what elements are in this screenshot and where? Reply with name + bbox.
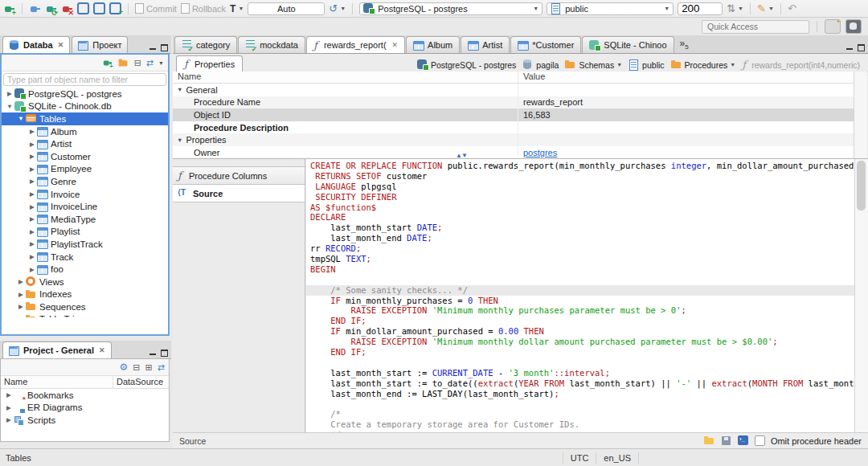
- quick-access-input[interactable]: [702, 20, 809, 34]
- expand-arrow-icon[interactable]: ▶: [27, 215, 37, 223]
- expand-arrow-icon[interactable]: ▶: [27, 266, 37, 273]
- project-item-scripts[interactable]: ▶Scripts: [1, 414, 169, 427]
- tab-properties[interactable]: ƒ Properties: [176, 55, 243, 72]
- breadcrumb-pagila[interactable]: pagila: [521, 59, 560, 70]
- breadcrumb-rewards-report-int4-numeric[interactable]: ƒrewards_report(int4,numeric): [740, 59, 862, 70]
- tab-projects[interactable]: Проект: [72, 36, 128, 53]
- tree-item-sequences[interactable]: ▶Sequences: [2, 300, 168, 313]
- editor-tab-customer[interactable]: *Customer: [510, 36, 581, 53]
- more-tabs-indicator[interactable]: »5: [680, 38, 689, 51]
- expand-arrow-icon[interactable]: ▶: [16, 303, 26, 310]
- tree-item-postgresql-postgres[interactable]: ▶PostgreSQL - postgres: [2, 88, 168, 100]
- new-connection-icon[interactable]: +: [3, 3, 15, 14]
- tab-project-general[interactable]: Project - General✕: [2, 341, 112, 358]
- connection-combo[interactable]: PostgreSQL - postgres▼: [359, 2, 542, 15]
- minimize-icon[interactable]: [845, 43, 854, 51]
- collapse-arrow-icon[interactable]: ▼: [177, 137, 182, 144]
- property-row-properties[interactable]: ▼Properties: [173, 133, 854, 146]
- pane-tab-procedure-columns[interactable]: ƒProcedure Columns: [173, 166, 305, 185]
- schema-combo[interactable]: public▼: [547, 2, 674, 15]
- commit-button[interactable]: Commit: [135, 3, 177, 14]
- expand-arrow-icon[interactable]: ▶: [27, 240, 37, 247]
- tree-item-table-triggers[interactable]: ▶Table Triggers: [2, 313, 168, 317]
- new-connection-icon[interactable]: +: [102, 58, 113, 67]
- disconnect-icon[interactable]: ✕: [61, 3, 73, 14]
- expand-arrow-icon[interactable]: ▶: [27, 128, 37, 135]
- property-row-object-id[interactable]: Object ID16,583: [173, 108, 854, 121]
- project-item-bookmarks[interactable]: ▶Bookmarks: [1, 389, 169, 402]
- expand-arrow-icon[interactable]: ▶: [27, 166, 37, 173]
- tree-item-track[interactable]: ▶Track: [2, 251, 168, 264]
- collapse-all-icon[interactable]: ⊟: [134, 58, 141, 68]
- expand-arrow-icon[interactable]: ▶: [5, 90, 14, 97]
- close-icon[interactable]: ✕: [99, 346, 105, 354]
- minimize-icon[interactable]: [149, 349, 157, 356]
- open-perspective-icon[interactable]: [825, 19, 841, 34]
- chevron-down-icon[interactable]: ▼: [616, 62, 622, 67]
- tree-item-playlisttrack[interactable]: ▶PlaylistTrack: [2, 238, 168, 251]
- link-editor-icon[interactable]: ⇄: [158, 362, 165, 373]
- new-folder-icon[interactable]: [118, 58, 129, 67]
- new-sql-editor-icon[interactable]: +: [109, 2, 121, 14]
- breadcrumb-postgresql-postgres[interactable]: PostgreSQL - postgres: [416, 59, 518, 70]
- expand-arrow-icon[interactable]: ▶: [27, 228, 37, 235]
- sql-editor-icon[interactable]: [77, 2, 89, 14]
- tree-item-invoiceline[interactable]: ▶InvoiceLine: [2, 200, 168, 213]
- sash-arrows-icon[interactable]: ▲▼: [456, 152, 467, 159]
- load-from-file-icon[interactable]: [704, 435, 715, 446]
- reconnect-icon[interactable]: ⟳: [45, 3, 57, 14]
- link-editor-icon[interactable]: ⇄: [146, 58, 154, 68]
- column-value[interactable]: Value: [518, 72, 550, 83]
- tree-item-employee[interactable]: ▶Employee: [2, 163, 168, 176]
- collapse-arrow-icon[interactable]: ▼: [177, 86, 182, 93]
- dbeaver-perspective-icon[interactable]: [845, 19, 862, 34]
- expand-arrow-icon[interactable]: ▶: [16, 316, 26, 317]
- editor-tab-mockdata[interactable]: mockdata: [238, 36, 305, 53]
- source-scrollbar[interactable]: [854, 159, 868, 432]
- tree-item-invoice[interactable]: ▶Invoice: [2, 188, 168, 201]
- maximize-icon[interactable]: [160, 43, 168, 51]
- tree-item-indexes[interactable]: ▶Indexes: [2, 288, 168, 301]
- tree-item-sqlite-chinook-db[interactable]: ▼SQLite - Chinook.db: [2, 100, 168, 113]
- source-code-viewer[interactable]: CREATE OR REPLACE FUNCTION public.reward…: [306, 159, 854, 432]
- editor-tab-rewards-report[interactable]: ƒrewards_report(✕: [306, 36, 405, 53]
- breadcrumb-schemas[interactable]: Schemas▼: [563, 59, 624, 70]
- refresh-button[interactable]: ⇅▼: [727, 3, 743, 14]
- column-name[interactable]: Name: [173, 72, 518, 83]
- expand-all-icon[interactable]: ⊞: [145, 362, 153, 373]
- property-row-general[interactable]: ▼General: [173, 84, 854, 96]
- locale-indicator[interactable]: en_US: [596, 452, 639, 464]
- timezone-indicator[interactable]: UTC: [563, 452, 597, 464]
- minimize-icon[interactable]: [149, 43, 157, 51]
- breadcrumb-procedures[interactable]: Procedures▼: [669, 59, 738, 70]
- editor-tab-sqlite-chinoo[interactable]: SQLite - Chinoo: [582, 36, 674, 53]
- column-name[interactable]: Name: [1, 376, 113, 388]
- expand-arrow-icon[interactable]: ▶: [4, 391, 14, 399]
- expand-arrow-icon[interactable]: ▶: [27, 253, 37, 260]
- breadcrumb-public[interactable]: public: [627, 59, 665, 70]
- properties-scrollbar[interactable]: [854, 72, 867, 158]
- chevron-down-icon[interactable]: ▼: [730, 62, 735, 67]
- tree-item-tables[interactable]: ▼Tables: [2, 112, 168, 125]
- open-console-icon[interactable]: [738, 435, 749, 446]
- tree-item-foo[interactable]: ▶foo: [2, 263, 168, 276]
- tree-item-mediatype[interactable]: ▶MediaType: [2, 213, 168, 226]
- settings-gear-icon[interactable]: ⚙: [120, 362, 129, 373]
- property-value-link[interactable]: postgres: [518, 148, 557, 157]
- expand-arrow-icon[interactable]: ▶: [27, 141, 37, 148]
- collapse-arrow-icon[interactable]: ▼: [16, 115, 26, 122]
- transaction-log-button[interactable]: T▼: [230, 3, 244, 14]
- column-datasource[interactable]: DataSource: [113, 376, 166, 388]
- tree-item-artist[interactable]: ▶Artist: [2, 137, 168, 150]
- editor-tab-artist[interactable]: Artist: [461, 36, 510, 53]
- tab-database-navigator[interactable]: Databa✕: [2, 36, 70, 53]
- format-button[interactable]: ✎▼: [757, 3, 774, 14]
- expand-arrow-icon[interactable]: ▶: [27, 153, 37, 160]
- tree-item-views[interactable]: ▶Views: [2, 276, 168, 288]
- expand-arrow-icon[interactable]: ▶: [16, 278, 26, 285]
- tree-item-customer[interactable]: ▶Customer: [2, 150, 168, 163]
- expand-arrow-icon[interactable]: ▶: [4, 416, 14, 423]
- collapse-arrow-icon[interactable]: ▼: [5, 103, 14, 110]
- maximize-icon[interactable]: [857, 43, 865, 51]
- expand-arrow-icon[interactable]: ▶: [27, 203, 37, 211]
